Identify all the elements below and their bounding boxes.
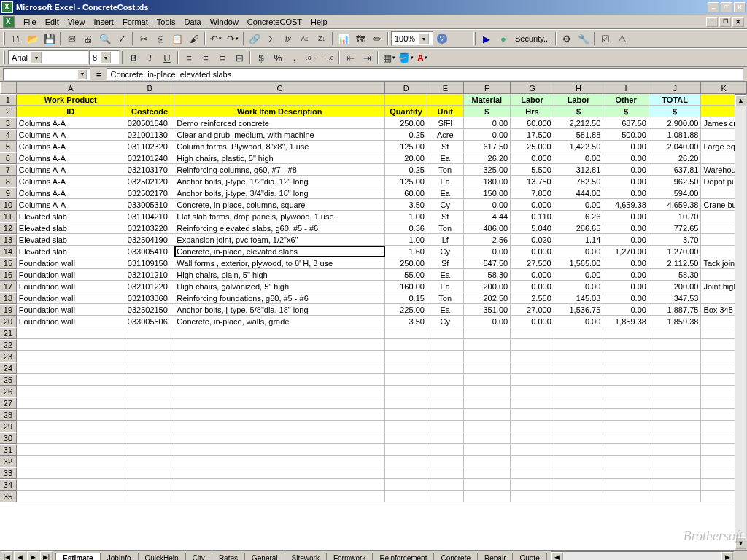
cell[interactable]: 125.00 xyxy=(385,141,427,152)
cell[interactable]: 145.03 xyxy=(554,292,604,304)
horizontal-scrollbar[interactable]: ◀ ▶ xyxy=(551,551,734,561)
cell[interactable] xyxy=(511,327,554,339)
cell[interactable]: TOTAL xyxy=(649,94,702,106)
row-header[interactable]: 29 xyxy=(0,421,17,432)
cell[interactable] xyxy=(125,386,175,397)
cell[interactable]: 0.00 xyxy=(554,281,604,292)
last-sheet-icon[interactable]: ▶| xyxy=(40,551,53,561)
cell[interactable]: 0.00 xyxy=(554,269,604,281)
cell[interactable]: 033005410 xyxy=(125,246,175,257)
comma-style-icon[interactable] xyxy=(287,50,303,66)
first-sheet-icon[interactable]: |◀ xyxy=(1,551,13,561)
name-box[interactable]: ▾ xyxy=(3,68,90,81)
cell[interactable] xyxy=(125,362,175,374)
cell[interactable] xyxy=(17,397,125,409)
cell[interactable] xyxy=(649,444,702,456)
cell[interactable] xyxy=(427,374,464,386)
cell[interactable] xyxy=(603,362,649,374)
print-preview-icon[interactable] xyxy=(97,31,113,47)
cell[interactable]: 1.14 xyxy=(554,234,604,246)
cell[interactable] xyxy=(174,456,385,467)
cell[interactable] xyxy=(464,339,511,351)
cell[interactable]: Work Item Description xyxy=(174,106,385,117)
print-icon[interactable] xyxy=(80,31,96,47)
cell[interactable]: 58.30 xyxy=(649,269,702,281)
cell[interactable]: Ea xyxy=(427,176,464,187)
cell[interactable] xyxy=(427,397,464,409)
cell[interactable] xyxy=(174,421,385,432)
cell[interactable]: 325.00 xyxy=(464,164,511,176)
menu-help[interactable]: Help xyxy=(306,16,332,28)
security-label[interactable]: Security... xyxy=(512,34,553,43)
cell[interactable] xyxy=(174,339,385,351)
menu-window[interactable]: Window xyxy=(206,16,243,28)
cell[interactable]: 10.70 xyxy=(649,211,702,222)
cell[interactable]: 1,565.00 xyxy=(554,257,604,269)
cell[interactable]: 0.00 xyxy=(464,117,511,129)
cell[interactable] xyxy=(125,327,175,339)
cell[interactable] xyxy=(603,456,649,467)
cell[interactable]: Ea xyxy=(427,152,464,164)
cell[interactable] xyxy=(554,467,604,479)
cell[interactable]: 962.50 xyxy=(649,176,702,187)
cell[interactable] xyxy=(511,421,554,432)
menu-view[interactable]: View xyxy=(63,16,90,28)
cell[interactable]: 1,536.75 xyxy=(554,304,604,316)
cell[interactable]: 60.000 xyxy=(511,117,554,129)
cell[interactable] xyxy=(511,397,554,409)
cell[interactable] xyxy=(554,409,604,421)
redo-icon[interactable] xyxy=(225,31,241,47)
cell[interactable]: 3.50 xyxy=(385,199,427,211)
cell[interactable] xyxy=(385,479,427,491)
minimize-button[interactable] xyxy=(708,2,719,12)
decrease-indent-icon[interactable] xyxy=(342,50,358,66)
cell[interactable] xyxy=(385,409,427,421)
next-sheet-icon[interactable]: ▶ xyxy=(27,551,39,561)
cell[interactable]: 031102320 xyxy=(125,141,175,152)
cell[interactable] xyxy=(174,351,385,362)
cell[interactable]: 200.00 xyxy=(464,281,511,292)
doc-minimize-button[interactable] xyxy=(706,17,718,27)
cell[interactable]: 032101240 xyxy=(125,152,175,164)
column-header-H[interactable]: H xyxy=(554,82,604,94)
cell[interactable] xyxy=(427,479,464,491)
cell[interactable] xyxy=(427,409,464,421)
align-left-icon[interactable] xyxy=(181,50,197,66)
cell[interactable]: Expansion joint, pvc foam, 1/2"x6" xyxy=(174,234,385,246)
cell[interactable] xyxy=(554,432,604,444)
column-header-F[interactable]: F xyxy=(464,82,511,94)
cell[interactable]: 0.00 xyxy=(603,292,649,304)
cell[interactable]: High chairs, plain, 5" high xyxy=(174,269,385,281)
cell[interactable]: 2,112.50 xyxy=(649,257,702,269)
cell[interactable]: Cy xyxy=(427,316,464,327)
cell[interactable]: 0.00 xyxy=(603,141,649,152)
cell[interactable] xyxy=(17,362,125,374)
cell[interactable] xyxy=(427,94,464,106)
cell[interactable] xyxy=(17,339,125,351)
cell[interactable]: 3.70 xyxy=(649,234,702,246)
row-header[interactable]: 25 xyxy=(0,374,17,386)
cell[interactable] xyxy=(427,362,464,374)
cell[interactable]: 021001130 xyxy=(125,129,175,141)
sheet-tab-formwork[interactable]: Formwork xyxy=(326,553,373,561)
cell[interactable]: Concrete, in-place, elevated slabs xyxy=(174,246,385,257)
row-header[interactable]: 16 xyxy=(0,269,17,281)
row-header[interactable]: 26 xyxy=(0,386,17,397)
bold-icon[interactable]: B xyxy=(125,50,142,66)
drawing-icon[interactable] xyxy=(369,31,385,47)
cell[interactable] xyxy=(649,386,702,397)
cell[interactable]: 0.00 xyxy=(603,152,649,164)
security-indicator-icon[interactable] xyxy=(495,31,511,47)
cell[interactable]: 202.50 xyxy=(464,292,511,304)
decrease-decimal-icon[interactable] xyxy=(320,50,336,66)
cell[interactable] xyxy=(17,374,125,386)
cell[interactable] xyxy=(427,467,464,479)
cell[interactable] xyxy=(125,456,175,467)
cell[interactable]: 0.000 xyxy=(511,246,554,257)
cell[interactable] xyxy=(17,327,125,339)
autosum-icon[interactable] xyxy=(263,31,279,47)
cell[interactable] xyxy=(649,479,702,491)
cell[interactable] xyxy=(511,386,554,397)
cell[interactable] xyxy=(554,374,604,386)
column-header-E[interactable]: E xyxy=(427,82,464,94)
